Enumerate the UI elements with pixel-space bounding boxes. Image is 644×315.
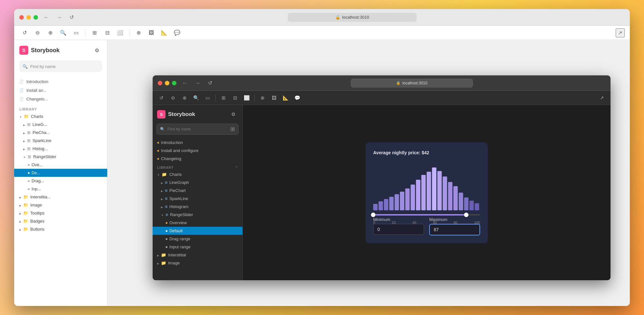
inner-toolbar-external[interactable]: ↗: [597, 93, 607, 103]
inner-tree-charts[interactable]: 📁 Charts: [153, 170, 242, 178]
inner-toolbar-search[interactable]: 🔍: [191, 93, 201, 103]
outer-tree-linegraph[interactable]: ⊞ LineG...: [14, 120, 107, 129]
inner-url-bar[interactable]: 🔒 localhost:3010: [351, 79, 473, 88]
inner-tree-image[interactable]: 📁 Image: [153, 259, 242, 267]
inner-tree-sparkline[interactable]: ⊞ SparkLine: [153, 195, 242, 203]
inner-piechart-arrow: [161, 188, 163, 193]
outer-nav-introduction[interactable]: 📄 Introduction: [14, 77, 107, 86]
inner-tree-inputrange[interactable]: ■ Input range: [153, 243, 242, 251]
inner-browser-chrome: ← → ↺ 🔒 localhost:3010: [153, 75, 611, 91]
inner-back-button[interactable]: ←: [180, 79, 189, 87]
inner-toolbar-a11y[interactable]: ⊕: [258, 93, 267, 103]
outer-tree-interstitial[interactable]: 📁 Interstitia...: [14, 193, 107, 201]
inner-minimize-button[interactable]: [165, 81, 169, 85]
inner-nav-install[interactable]: ■ Install and configure: [153, 147, 242, 155]
outer-tree-inputrange[interactable]: ■ Inp...: [14, 185, 107, 193]
inner-component-icon-rs: ⊞: [166, 213, 168, 216]
inner-refresh-button[interactable]: ↺: [206, 79, 214, 87]
inner-maximize-button[interactable]: [172, 81, 176, 85]
range-handle-left[interactable]: [371, 213, 375, 217]
outer-back-button[interactable]: ←: [42, 13, 51, 22]
outer-tree-badges[interactable]: 📁 Badges: [14, 217, 107, 225]
inner-tree-overview[interactable]: ■ Overview: [153, 219, 242, 227]
inner-settings-button[interactable]: ⚙: [228, 110, 238, 119]
inner-story-icon-default: ■: [166, 229, 167, 233]
inner-toolbar-image[interactable]: 🖼: [269, 93, 279, 103]
outer-tree-sparkline[interactable]: ⊞ SparkLine: [14, 137, 107, 145]
outer-tree-tooltips[interactable]: 📁 Tooltips: [14, 209, 107, 217]
maximum-input[interactable]: [429, 224, 480, 235]
outer-settings-button[interactable]: ⚙: [92, 45, 102, 55]
inner-tree-dragrange[interactable]: ■ Drag range: [153, 235, 242, 243]
outer-forward-button[interactable]: →: [55, 13, 64, 22]
inner-tree-histogram[interactable]: ⊞ Histogram: [153, 203, 242, 211]
outer-close-button[interactable]: [19, 15, 24, 20]
outer-nav-changelog[interactable]: 📄 Changelo...: [14, 95, 107, 103]
minimum-input[interactable]: [373, 224, 424, 235]
outer-tree-overview[interactable]: ■ Ove...: [14, 161, 107, 169]
inner-component-icon-lg: ⊞: [165, 181, 167, 184]
outer-badges-arrow: [19, 219, 21, 224]
toolbar-external-link-icon[interactable]: ↗: [616, 28, 625, 37]
inner-browser-window: ← → ↺ 🔒 localhost:3010 ↺ ⊖ ⊕ 🔍 ▭: [153, 75, 611, 280]
outer-tree-dragrange[interactable]: ■ Drag...: [14, 177, 107, 185]
toolbar-columns-icon[interactable]: ⊟: [102, 28, 112, 38]
range-handle-right[interactable]: [464, 213, 469, 217]
inner-search-box[interactable]: 🔍 Find by name /: [156, 124, 239, 135]
inner-toolbar-grid[interactable]: ⊞: [219, 93, 228, 103]
inner-tree-linegraph[interactable]: ⊞ LineGraph: [153, 178, 242, 186]
toolbar-separator-1: [85, 29, 85, 37]
outer-tree-image[interactable]: 📁 Image: [14, 201, 107, 209]
toolbar-comment-icon[interactable]: 💬: [172, 28, 182, 38]
svg-rect-6: [405, 188, 410, 210]
toolbar-accessibility-icon[interactable]: ⊕: [133, 28, 144, 38]
toolbar-single-panel-icon[interactable]: ▭: [71, 28, 81, 38]
inner-sparkline-arrow: [161, 196, 163, 201]
outer-url-bar[interactable]: 🔒 localhost:3010: [288, 13, 417, 22]
outer-nav-install[interactable]: 📄 Install an...: [14, 86, 107, 95]
inner-nav-changelog[interactable]: ■ Changelog: [153, 155, 242, 163]
outer-refresh-button[interactable]: ↺: [68, 13, 76, 22]
svg-rect-7: [411, 185, 415, 210]
inner-nav-introduction[interactable]: ■ Introduction: [153, 138, 242, 147]
toolbar-zoom-out-icon[interactable]: ⊖: [32, 28, 43, 38]
inner-toolbar-single-panel[interactable]: ▭: [203, 93, 213, 103]
outer-browser-window: ← → ↺ 🔒 localhost:3010 ↺ ⊖ ⊕ 🔍 ▭ ⊞ ⊟ ⬜ ⊕…: [14, 9, 630, 306]
outer-minimize-button[interactable]: [26, 15, 31, 20]
inner-toolbar-refresh[interactable]: ↺: [156, 93, 166, 103]
inner-tree-piechart[interactable]: ⊞ PieChart: [153, 186, 242, 195]
inner-toolbar-frame[interactable]: ⬜: [242, 93, 251, 103]
toolbar-grid-icon[interactable]: ⊞: [89, 28, 99, 38]
inner-tree-rangeslider[interactable]: ⊞ RangeSlider: [153, 211, 242, 219]
outer-tree-histogram[interactable]: ⊞ Histog...: [14, 145, 107, 153]
toolbar-zoom-in-icon[interactable]: ⊕: [45, 28, 55, 38]
inner-toolbar-zoom-in[interactable]: ⊕: [180, 93, 189, 103]
outer-image-arrow: [19, 203, 21, 207]
toolbar-image-icon[interactable]: 🖼: [146, 28, 156, 38]
toolbar-refresh-icon[interactable]: ↺: [19, 28, 30, 38]
toolbar-measure-icon[interactable]: 📐: [159, 28, 169, 38]
inner-toolbar-zoom-out[interactable]: ⊖: [168, 93, 178, 103]
outer-tree-buttons[interactable]: 📁 Buttons: [14, 225, 107, 233]
range-slider-track: [373, 214, 480, 215]
inner-tree-interstitial[interactable]: 📁 Interstitial: [153, 251, 242, 259]
toolbar-search-icon[interactable]: 🔍: [58, 28, 68, 38]
inner-toolbar-measure[interactable]: 📐: [281, 93, 290, 103]
inner-tree-default[interactable]: ■ Default: [153, 227, 242, 235]
outer-tree-piechart[interactable]: ⊞ PieCha...: [14, 129, 107, 137]
svg-rect-8: [416, 180, 421, 210]
inner-storybook-logo: S Storybook: [157, 110, 195, 119]
outer-maximize-button[interactable]: [33, 15, 38, 20]
outer-tree-default[interactable]: ■ De...: [14, 169, 107, 177]
inner-close-button[interactable]: [158, 81, 162, 85]
outer-search-box[interactable]: 🔍 Find by name: [19, 61, 102, 72]
outer-tree-rangeslider[interactable]: ⊞ RangeSlider: [14, 153, 107, 161]
inner-toolbar-cols[interactable]: ⊟: [230, 93, 240, 103]
inner-rangeslider-label: RangeSlider: [170, 212, 193, 217]
inner-toolbar-comment[interactable]: 💬: [292, 93, 302, 103]
inner-library-collapse-icon[interactable]: ⌃: [235, 166, 238, 169]
inner-linegraph-label: LineGraph: [169, 180, 189, 185]
outer-tree-charts[interactable]: 📁 Charts: [14, 112, 107, 120]
toolbar-frame-icon[interactable]: ⬜: [115, 28, 125, 38]
inner-forward-button[interactable]: →: [193, 79, 202, 87]
